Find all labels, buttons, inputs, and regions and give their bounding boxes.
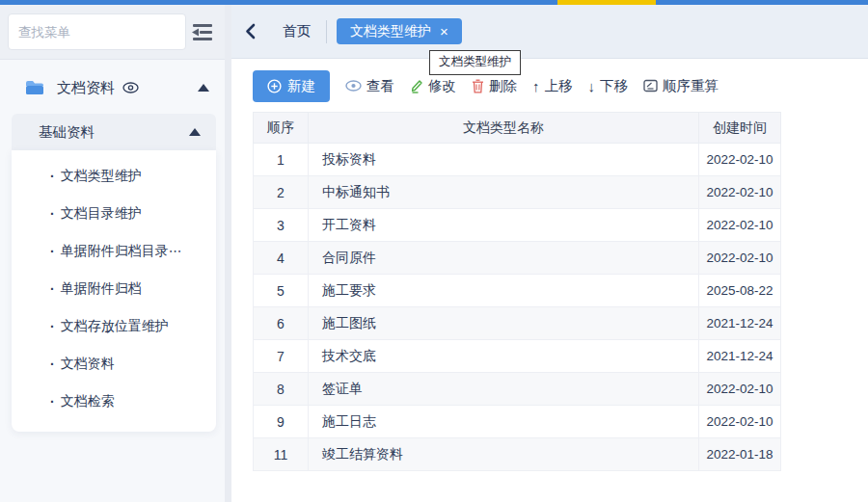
table-row[interactable]: 2中标通知书2022-02-10 [254,176,781,209]
sidebar-group-header[interactable]: 基础资料 [12,114,216,150]
table-row[interactable]: 6施工图纸2021-12-24 [254,307,781,340]
folder-icon [25,80,44,95]
sidebar-item[interactable]: ·文档类型维护 [12,157,216,195]
cell-order: 1 [254,144,309,176]
table-row[interactable]: 5施工要求2025-08-22 [254,275,781,307]
recalculate-button-label: 顺序重算 [663,77,719,95]
delete-button-label: 删除 [489,77,517,95]
sidebar-search-row [0,5,225,60]
tab-document-type-maintenance[interactable]: 文档类型维护 × [337,18,462,44]
arrow-down-icon: ↓ [588,78,596,94]
view-button[interactable]: 查看 [345,77,394,95]
new-button[interactable]: 新建 [253,70,330,102]
column-header-order: 顺序 [254,113,309,144]
sidebar-item-document-data-root[interactable]: 文档资料 [0,71,225,104]
delete-button[interactable]: 删除 [472,77,517,95]
main-area: 首页 文档类型维护 × 文档类型维护 新建 [231,5,868,502]
trash-icon [472,79,484,93]
tab-tooltip: 文档类型维护 [429,50,521,75]
cell-name: 施工图纸 [309,307,699,340]
cell-name: 合同原件 [309,242,699,275]
view-button-label: 查看 [366,77,394,95]
new-button-label: 新建 [287,77,315,95]
table-row[interactable]: 7技术交底2021-12-24 [254,340,781,373]
edit-button[interactable]: 修改 [410,77,456,95]
sidebar-item-label: 文档资料 [61,356,115,373]
sidebar-menu: 文档资料 基础资料 ·文档类型维护·文档目录维护·单据附件归档目录⋯·单据附件归… [0,60,225,502]
cell-date: 2022-02-10 [699,144,781,176]
sidebar-item-label: 文档存放位置维护 [61,318,169,335]
cell-order: 11 [254,438,309,471]
collapse-arrow-icon[interactable] [189,128,201,136]
table-header-row: 顺序 文档类型名称 创建时间 [254,113,781,144]
cell-order: 9 [254,406,309,438]
recalculate-icon [643,79,658,92]
cell-name: 投标资料 [309,144,699,176]
cell-name: 开工资料 [309,209,699,242]
document-type-table: 顺序 文档类型名称 创建时间 1投标资料2022-02-102中标通知书2022… [253,112,781,471]
sidebar-collapse-button[interactable] [186,18,219,45]
table-row[interactable]: 4合同原件2022-02-10 [254,242,781,275]
cell-name: 施工要求 [309,275,699,307]
cell-date: 2022-02-10 [699,373,781,406]
sidebar-item[interactable]: ·文档检索 [12,383,216,420]
sidebar-item[interactable]: ·单据附件归档 [12,270,216,307]
cell-date: 2022-02-10 [699,209,781,242]
tab-label: 文档类型维护 [350,23,431,40]
sidebar-item[interactable]: ·文档资料 [12,345,216,383]
column-header-created: 创建时间 [699,113,781,144]
bullet-icon: · [50,319,55,334]
sidebar-item-label: 文档检索 [61,393,115,410]
collapse-menu-icon [190,22,215,41]
bullet-icon: · [50,206,55,222]
bullet-icon: · [50,281,55,297]
cell-order: 8 [254,373,309,406]
table-row[interactable]: 8签证单2022-02-10 [254,373,781,406]
cell-date: 2022-02-10 [699,406,781,438]
cell-order: 3 [254,209,309,242]
column-header-name: 文档类型名称 [309,113,699,144]
cell-name: 竣工结算资料 [309,438,699,471]
tab-bar: 首页 文档类型维护 × [231,5,868,59]
content-panel: 新建 查看 [231,59,868,502]
sidebar-item[interactable]: ·单据附件归档目录⋯ [12,232,216,270]
cell-order: 5 [254,275,309,307]
sidebar-item-label: 单据附件归档目录⋯ [61,243,182,260]
move-down-button[interactable]: ↓ 下移 [588,77,629,95]
bullet-icon: · [50,394,55,410]
toolbar: 新建 查看 [253,69,868,102]
move-up-button[interactable]: ↑ 上移 [532,77,573,95]
cell-date: 2021-12-24 [699,307,781,340]
recalculate-order-button[interactable]: 顺序重算 [643,77,719,95]
table-row[interactable]: 1投标资料2022-02-10 [254,144,781,176]
sidebar-main-divider [225,5,231,502]
breadcrumb-home[interactable]: 首页 [283,22,311,40]
cell-name: 中标通知书 [309,176,699,209]
cell-name: 技术交底 [309,340,699,373]
table-row[interactable]: 11竣工结算资料2022-01-18 [254,438,781,471]
tab-close-icon[interactable]: × [440,24,448,39]
sidebar-item[interactable]: ·文档目录维护 [12,195,216,232]
pencil-icon [410,79,423,93]
table-row[interactable]: 3开工资料2022-02-10 [254,209,781,242]
sidebar-item[interactable]: ·文档存放位置维护 [12,307,216,345]
search-input[interactable] [8,13,186,50]
cell-name: 签证单 [309,373,699,406]
cell-date: 2022-01-18 [699,438,781,471]
bullet-icon: · [50,244,55,259]
edit-button-label: 修改 [428,77,456,95]
table-row[interactable]: 9施工日志2022-02-10 [254,406,781,438]
cell-order: 6 [254,307,309,340]
sidebar-group-label: 基础资料 [39,123,95,142]
plus-circle-icon [267,79,282,93]
back-chevron-icon[interactable] [245,23,256,40]
cell-date: 2022-02-10 [699,176,781,209]
cell-date: 2021-12-24 [699,340,781,373]
cell-order: 2 [254,176,309,209]
move-up-button-label: 上移 [545,77,573,95]
collapse-arrow-icon[interactable] [198,84,209,92]
sidebar-item-label: 文档目录维护 [61,205,142,223]
sidebar-item-label: 单据附件归档 [61,280,142,298]
cell-name: 施工日志 [309,406,699,438]
tab-divider [326,20,327,43]
